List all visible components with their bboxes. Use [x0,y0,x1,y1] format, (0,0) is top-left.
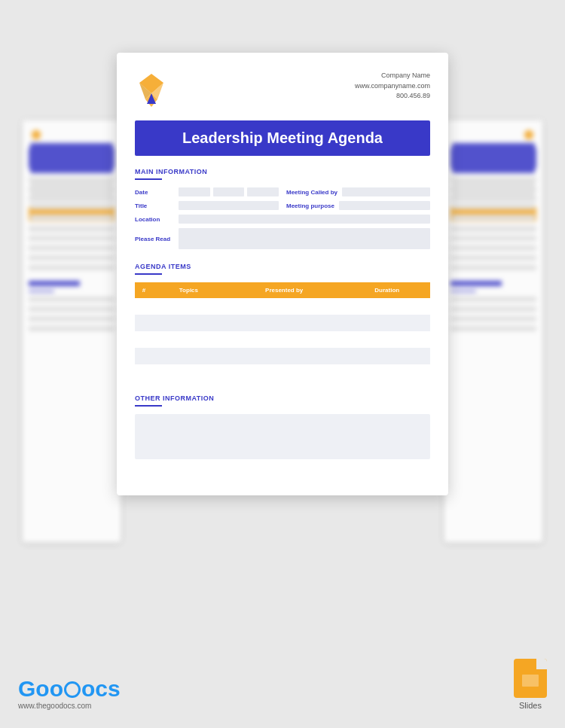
agenda-items-underline [135,273,162,275]
meeting-purpose-label: Meeting purpose [286,203,334,209]
cell-num [135,348,153,364]
document-title-bar: Leadership Meeting Agenda [135,120,430,156]
other-info-underline [135,405,162,407]
cell-topic [153,298,224,315]
date-field-1[interactable] [179,187,210,196]
document-title: Leadership Meeting Agenda [182,129,383,146]
gem-logo [135,71,168,110]
col-header-duration: Duration [344,282,430,298]
company-name: Company Name [355,71,430,81]
cell-num [135,298,153,315]
meeting-called-by-label: Meeting Called by [286,189,337,196]
date-row: Date [135,187,279,196]
card-header: Company Name www.companyname.com 800.456… [135,71,430,110]
meeting-called-by-field[interactable] [342,187,430,196]
date-fields [179,187,279,196]
form-row-date: Date Meeting Called by [135,187,430,196]
cell-presenter [224,298,344,315]
title-label: Title [135,203,174,209]
agenda-items-section: AGENDA ITEMS # Topics Presented by Durat… [135,263,430,381]
goodocs-logo: Gooocs [18,678,121,700]
slides-label: Slides [519,701,542,710]
location-row: Location [135,215,430,224]
company-website: www.companyname.com [355,81,430,92]
svg-marker-1 [524,129,533,139]
branding-left: Gooocs www.thegoodocs.com [18,678,121,710]
cell-topic [153,364,224,381]
cell-presenter [224,315,344,331]
please-read-label: Please Read [135,236,174,242]
table-header-row: # Topics Presented by Duration [135,282,430,298]
form-row-title: Title Meeting purpose [135,201,430,210]
meeting-called-by-row: Meeting Called by [286,187,430,196]
col-header-topics: Topics [153,282,224,298]
col-header-presenter: Presented by [224,282,344,298]
location-label: Location [135,216,174,223]
table-row [135,348,430,364]
col-header-num: # [135,282,153,298]
table-row [135,315,430,331]
cell-presenter [224,348,344,364]
slides-icon-inner [522,675,539,687]
cell-duration [344,315,430,331]
cell-duration [344,298,430,315]
date-field-3[interactable] [247,187,279,196]
location-field[interactable] [179,215,430,224]
table-row [135,298,430,315]
cell-presenter [224,364,344,381]
other-info-title: OTHER INFORMATION [135,394,430,402]
table-row [135,331,430,348]
cell-num [135,331,153,348]
other-info-section: OTHER INFORMATION [135,394,430,459]
goodocs-website: www.thegoodocs.com [18,702,121,710]
logo-d-shape [64,681,81,698]
company-info: Company Name www.companyname.com 800.456… [355,71,430,102]
cell-presenter [224,331,344,348]
agenda-items-title: AGENDA ITEMS [135,263,430,270]
title-field[interactable] [179,201,279,210]
date-field-2[interactable] [213,187,245,196]
date-label: Date [135,189,174,196]
table-row [135,364,430,381]
cell-topic [153,315,224,331]
bg-card-right [444,120,542,542]
bg-card-left [23,120,121,542]
meeting-purpose-field[interactable] [339,201,430,210]
agenda-table: # Topics Presented by Duration [135,282,430,381]
other-info-field[interactable] [135,414,430,459]
cell-topic [153,331,224,348]
main-info-section: MAIN INFORMATION Date Meeting Called by … [135,168,430,249]
slides-icon [514,659,547,698]
please-read-field[interactable] [179,228,430,249]
cell-num [135,364,153,381]
cell-duration [344,331,430,348]
svg-marker-0 [31,129,41,139]
logo-oo: oo [35,676,63,701]
company-phone: 800.456.89 [355,91,430,102]
logo-g: G [18,676,35,701]
main-document-card: Company Name www.companyname.com 800.456… [117,53,448,495]
logo-ocs: ocs [81,676,121,701]
please-read-row: Please Read [135,228,430,249]
title-row: Title [135,201,279,210]
cell-topic [153,348,224,364]
cell-duration [344,364,430,381]
main-info-title: MAIN INFORMATION [135,168,430,175]
meeting-purpose-row: Meeting purpose [286,201,430,210]
main-info-underline [135,178,162,180]
branding-right: Slides [514,659,547,710]
cell-num [135,315,153,331]
cell-duration [344,348,430,364]
